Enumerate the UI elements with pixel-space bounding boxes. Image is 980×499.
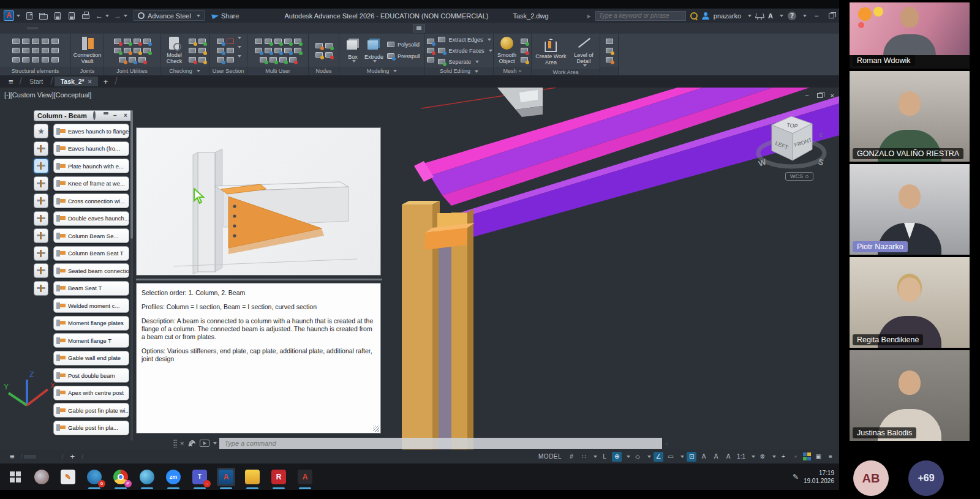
category-column-beam-icon[interactable]: [34, 159, 48, 173]
redo-icon[interactable]: →: [114, 12, 121, 20]
chevron-down-icon[interactable]: [780, 15, 783, 17]
joint-utility-icon[interactable]: [143, 37, 151, 45]
bent-icon[interactable]: [51, 56, 59, 64]
ribbon-tab[interactable]: [5, 27, 16, 29]
level-of-detail-button[interactable]: Level of Detail: [570, 35, 598, 68]
extract-edges-button[interactable]: Extract Edges: [437, 35, 491, 44]
group-label[interactable]: Checking: [160, 67, 209, 75]
connection-list-item[interactable]: Double eaves haunch...: [53, 211, 129, 226]
joint-utility-icon[interactable]: [123, 47, 132, 54]
curved-beam-icon[interactable]: [41, 37, 50, 45]
taskbar-app-firefox[interactable]: 6: [85, 468, 104, 486]
connection-list-item[interactable]: Plate haunch with e...: [53, 159, 129, 173]
category-bracing-icon[interactable]: [34, 228, 48, 243]
undo-icon[interactable]: ←: [96, 12, 103, 20]
joint-utility-icon[interactable]: [138, 56, 146, 64]
section-icon[interactable]: [226, 56, 235, 64]
multiuser-icon[interactable]: [284, 37, 292, 45]
gable-icon[interactable]: [31, 47, 40, 54]
presspull-button[interactable]: Presspull: [386, 51, 420, 61]
connection-list-item[interactable]: Gable wall end plate: [53, 351, 129, 366]
object-snap-tracking-icon[interactable]: ∠: [654, 452, 663, 462]
command-window-icon[interactable]: [200, 440, 209, 447]
separate-button[interactable]: Separate: [437, 57, 479, 66]
extrude-button[interactable]: Extrude: [363, 37, 385, 64]
ribbon-tab[interactable]: [71, 27, 82, 29]
ucs-box-icon[interactable]: [605, 47, 614, 54]
section-icon[interactable]: [216, 47, 225, 54]
save-icon[interactable]: [53, 12, 62, 20]
customization-menu-icon[interactable]: ≡: [826, 452, 835, 462]
bracing-icon[interactable]: [12, 47, 20, 54]
command-history-icon[interactable]: ▲: [664, 440, 669, 446]
chevron-down-icon[interactable]: [124, 15, 127, 17]
spiral-icon[interactable]: [41, 47, 50, 54]
polysolid-button[interactable]: Polysolid: [386, 40, 420, 49]
new-tab-icon[interactable]: +: [98, 77, 114, 86]
chevron-down-icon[interactable]: [17, 15, 20, 17]
model-check-button[interactable]: Model Check: [162, 35, 186, 66]
multiuser-icon[interactable]: [279, 56, 287, 64]
connection-list-item[interactable]: Moment flange plates: [53, 316, 129, 331]
taskbar-app-chrome[interactable]: P: [111, 468, 130, 486]
model-space-label[interactable]: MODEL: [538, 453, 562, 460]
section-icon[interactable]: [216, 37, 225, 45]
snap-toggle-icon[interactable]: ∷: [579, 452, 589, 462]
crosshair-icon[interactable]: +: [778, 452, 788, 462]
joint-utility-icon[interactable]: [133, 47, 141, 54]
multiuser-icon[interactable]: [293, 37, 302, 45]
check-icon[interactable]: [198, 56, 206, 64]
column2-side[interactable]: [467, 209, 473, 449]
chevron-down-icon[interactable]: [213, 442, 217, 445]
ribbon-options-icon[interactable]: [413, 24, 425, 32]
multiuser-icon[interactable]: [254, 37, 263, 45]
connection-vault-button[interactable]: Connection Vault: [72, 35, 103, 66]
wcs-selector[interactable]: WCS: [785, 172, 813, 181]
joint-utility-icon[interactable]: [123, 37, 132, 45]
multiuser-icon[interactable]: [274, 37, 282, 45]
hardware-acceleration-icon[interactable]: [803, 452, 811, 460]
connection-list-item[interactable]: Eaves haunch (fro...: [53, 141, 129, 156]
command-input[interactable]: [219, 438, 662, 449]
palette-close-icon[interactable]: ×: [122, 112, 129, 119]
ucs-box-icon[interactable]: [605, 56, 614, 64]
node-icon[interactable]: [315, 51, 323, 59]
connection-list-item[interactable]: Column Beam Se...: [53, 228, 129, 243]
connection-list-item[interactable]: Welded moment c...: [53, 298, 129, 313]
category-misc-icon[interactable]: [34, 281, 48, 296]
taskbar-app-zoom[interactable]: zm: [164, 468, 183, 486]
ucs-box-icon[interactable]: [605, 37, 614, 45]
ribbon-tab[interactable]: [115, 27, 126, 29]
connection-list-item[interactable]: Gable post fin plate wi...: [53, 403, 129, 418]
joint-utility-icon[interactable]: [113, 47, 122, 54]
settings-gear-icon[interactable]: ⚙: [758, 452, 767, 462]
participant-video-tile[interactable]: Justinas Balodis: [850, 350, 970, 441]
solid-icon[interactable]: [426, 47, 435, 54]
ribbon-tab[interactable]: [49, 27, 60, 29]
connection-list-item[interactable]: Moment flange T: [53, 333, 129, 348]
category-apex-icon[interactable]: [34, 176, 48, 191]
joint-utility-icon[interactable]: [128, 56, 137, 64]
smooth-object-button[interactable]: Smooth Object: [496, 35, 518, 66]
command-bar-grip-icon[interactable]: [173, 439, 177, 448]
ribbon-tab[interactable]: [27, 27, 38, 29]
taskbar-app-acrobat[interactable]: A: [296, 468, 314, 486]
viewport-minimize-icon[interactable]: −: [805, 92, 809, 99]
create-work-area-button[interactable]: Create Work Area: [533, 36, 568, 67]
palette-pin-icon[interactable]: [101, 112, 108, 119]
connection-list-item[interactable]: Seated beam connection: [53, 263, 129, 278]
group-label[interactable]: Mesh»: [494, 67, 531, 75]
column2-front[interactable]: [451, 212, 467, 449]
multiuser-icon[interactable]: [269, 56, 277, 64]
palette-settings-icon[interactable]: [91, 112, 98, 119]
chevron-down-icon[interactable]: [105, 15, 109, 17]
panel-splitter[interactable]: [136, 279, 382, 280]
joint-utility-icon[interactable]: [143, 47, 151, 54]
close-tab-icon[interactable]: ×: [88, 78, 92, 85]
check-icon[interactable]: [198, 37, 206, 45]
inner-column-strip[interactable]: [439, 246, 453, 449]
resize-grip-icon[interactable]: [373, 426, 379, 432]
tab-task2[interactable]: Task_2* ×: [55, 77, 98, 86]
command-customize-icon[interactable]: [187, 440, 195, 447]
participant-video-tile[interactable]: GONZALO VALIÑO RIESTRA: [850, 71, 970, 162]
